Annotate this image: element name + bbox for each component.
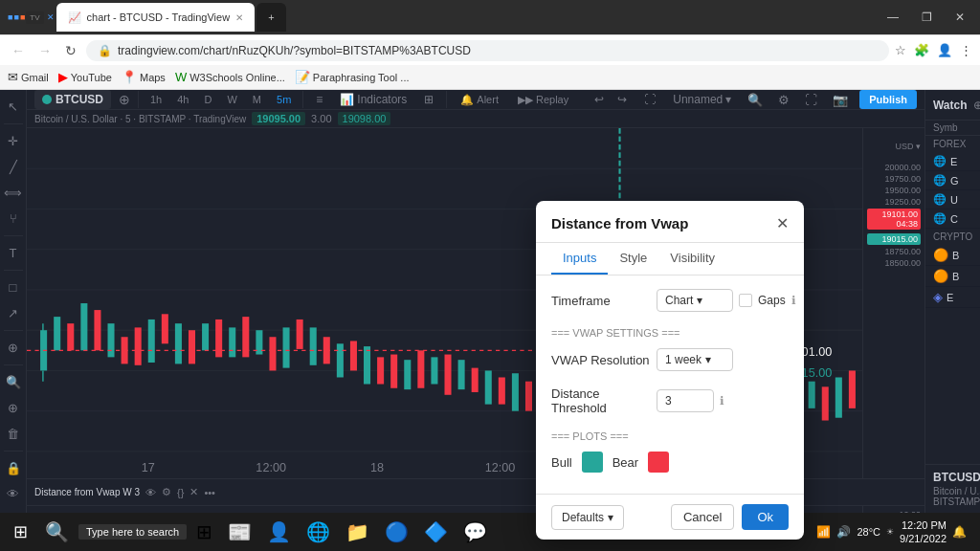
- bookmark-w3schools[interactable]: W W3Schools Online...: [175, 70, 285, 84]
- watchlist-item-btc1[interactable]: 🟠 B 1910 223.↑ 1.18%: [925, 245, 980, 266]
- browser-menu-icon[interactable]: ⋮: [960, 43, 972, 57]
- watchlist-item-gbp[interactable]: 🌐 G 1.13↑ -0.0 -0.43%: [925, 171, 980, 190]
- search-taskbar-icon[interactable]: 🔍: [39, 518, 75, 545]
- indicators-btn[interactable]: 📊 Indicators: [335, 91, 412, 108]
- start-button[interactable]: ⊞: [6, 518, 35, 546]
- modal-tab-inputs[interactable]: Inputs: [551, 243, 608, 275]
- watchlist-item-usd[interactable]: 🌐 U 144.1 0.43 0.30%: [925, 190, 980, 209]
- watch-add-icon[interactable]: ⊕: [973, 99, 980, 112]
- system-clock[interactable]: 12:20 PM 9/21/2022: [900, 518, 947, 546]
- tf-4h[interactable]: 4h: [173, 92, 192, 107]
- taskbar-search-box[interactable]: Type here to search: [78, 524, 187, 540]
- url-input[interactable]: 🔒 tradingview.com/chart/nRuzQKUh/?symbol…: [86, 40, 889, 61]
- shape-tool[interactable]: □: [6, 276, 21, 298]
- extension-icon[interactable]: 🧩: [914, 43, 929, 57]
- wifi-icon[interactable]: 📶: [816, 525, 831, 539]
- add-symbol-btn[interactable]: ⊕: [119, 92, 130, 107]
- cancel-button[interactable]: Cancel: [671, 504, 734, 530]
- cursor-tool[interactable]: ↖: [4, 96, 22, 118]
- indicator-visibility-icon[interactable]: 👁: [145, 487, 156, 498]
- profile-icon[interactable]: 👤: [937, 43, 952, 57]
- threshold-info-icon[interactable]: ℹ: [720, 394, 724, 408]
- layout-btn[interactable]: ⊞: [419, 91, 438, 108]
- trash-tool[interactable]: 🗑: [3, 423, 23, 445]
- alert-btn[interactable]: 🔔 Alert: [455, 92, 504, 108]
- distance-threshold-input[interactable]: [657, 389, 714, 412]
- bear-color-swatch[interactable]: [648, 452, 669, 473]
- task-view-icon[interactable]: ⊞: [190, 518, 218, 545]
- bull-color-swatch[interactable]: [582, 452, 603, 473]
- tf-m[interactable]: M: [249, 92, 265, 107]
- volume-icon[interactable]: 🔊: [836, 525, 851, 539]
- vwap-resolution-select[interactable]: 1 week ▾: [657, 348, 733, 371]
- symbol-selector[interactable]: BTCUSD: [34, 90, 111, 109]
- bookmark-youtube[interactable]: ▶ YouTube: [58, 70, 112, 84]
- ok-button[interactable]: Ok: [742, 504, 789, 530]
- timeframe-row: Timeframe Chart ▾ Gaps ℹ: [551, 289, 789, 312]
- watchlist-item-eth[interactable]: ◈ E 1342 19.5 1.47%: [925, 287, 980, 308]
- indicator-settings-icon[interactable]: ⚙: [162, 486, 171, 498]
- timeframe-select[interactable]: Chart ▾: [657, 289, 733, 312]
- taskbar-app-2[interactable]: 🌐: [301, 518, 336, 545]
- tf-1h[interactable]: 1h: [146, 92, 166, 107]
- forward-btn[interactable]: →: [34, 41, 56, 60]
- notification-icon[interactable]: 🔔: [952, 525, 967, 539]
- modal-tab-visibility[interactable]: Visibility: [658, 243, 726, 275]
- modal-tab-style[interactable]: Style: [608, 243, 658, 275]
- arrow-tool[interactable]: ↗: [4, 302, 22, 324]
- minimize-btn[interactable]: —: [880, 9, 906, 26]
- taskbar-app-teams[interactable]: 💬: [457, 518, 493, 545]
- unnamed-layout[interactable]: Unnamed ▾: [668, 91, 736, 108]
- fullscreen-mode-icon[interactable]: ⛶: [801, 91, 821, 109]
- measure-tool[interactable]: ⊕: [4, 337, 22, 359]
- indicator-code-icon[interactable]: {}: [177, 487, 184, 498]
- settings-gear-icon[interactable]: ⚙: [774, 91, 793, 109]
- channel-tool[interactable]: ⟺: [0, 182, 26, 204]
- gaps-checkbox[interactable]: [739, 294, 752, 307]
- new-tab-btn[interactable]: +: [256, 3, 285, 32]
- publish-button[interactable]: Publish: [859, 90, 917, 109]
- zoom-tool[interactable]: 🔍: [2, 371, 25, 393]
- bookmark-maps[interactable]: 📍 Maps: [122, 70, 166, 84]
- crosshair-tool[interactable]: ✛: [4, 130, 22, 152]
- modal-close-btn[interactable]: ✕: [776, 214, 789, 232]
- lock-tool[interactable]: 🔒: [2, 457, 25, 479]
- search-icon[interactable]: 🔍: [744, 91, 767, 109]
- taskbar-app-edge[interactable]: 🔵: [379, 518, 414, 545]
- taskbar-app-vscode[interactable]: 🔷: [418, 518, 454, 545]
- magnet-tool[interactable]: ⊕: [4, 397, 22, 419]
- tf-d[interactable]: D: [201, 92, 216, 107]
- tf-w[interactable]: W: [223, 92, 240, 107]
- maximize-btn[interactable]: ❐: [914, 9, 940, 26]
- active-tab[interactable]: 📈 chart - BTCUSD - TradingView ✕: [56, 3, 256, 32]
- watchlist-item-eur[interactable]: 🌐 E 0.99↑ -0.0 -0.57%: [925, 152, 980, 171]
- taskbar-app-3[interactable]: 📁: [340, 518, 375, 545]
- undo-btn[interactable]: ↩: [590, 91, 609, 108]
- chart-type-icon[interactable]: ≡: [311, 91, 327, 108]
- taskbar-app-1[interactable]: 👤: [261, 518, 297, 545]
- bookmark-star-icon[interactable]: ☆: [895, 43, 906, 57]
- watchlist-item-cad[interactable]: 🌐 C 0.72↑ 0.00 0.08%: [925, 209, 980, 229]
- indicator-remove-icon[interactable]: ✕: [189, 486, 198, 498]
- text-tool[interactable]: T: [6, 242, 21, 264]
- watchlist-item-btc2[interactable]: 🟠 B 1909 222.↑ 1.18%: [925, 266, 980, 287]
- redo-btn[interactable]: ↪: [612, 91, 632, 108]
- trend-tool[interactable]: ╱: [6, 156, 21, 178]
- bookmark-paraphrasing[interactable]: 📝 Paraphrasing Tool ...: [295, 70, 410, 84]
- bookmark-gmail[interactable]: ✉ Gmail: [8, 70, 49, 84]
- indicator-more-icon[interactable]: •••: [204, 487, 215, 498]
- widgets-icon[interactable]: 📰: [222, 518, 257, 545]
- eye-tool[interactable]: 👁: [3, 483, 23, 505]
- tf-5m[interactable]: 5m: [273, 92, 295, 107]
- tab-close[interactable]: ✕: [235, 12, 243, 23]
- replay-btn[interactable]: ▶▶ Replay: [512, 92, 574, 108]
- refresh-btn[interactable]: ↻: [61, 41, 80, 60]
- gaps-info-icon[interactable]: ℹ: [791, 294, 796, 307]
- pitchfork-tool[interactable]: ⑂: [6, 208, 21, 230]
- btcusd-card[interactable]: BTCUSD ••• Bitcoin / U.S. Dollar ↗ BITST…: [925, 464, 980, 513]
- fullscreen-btn[interactable]: ⛶: [639, 91, 660, 108]
- back-btn[interactable]: ←: [8, 41, 29, 60]
- window-close-btn[interactable]: ✕: [947, 9, 972, 26]
- camera-icon[interactable]: 📷: [829, 91, 852, 109]
- defaults-button[interactable]: Defaults ▾: [551, 505, 624, 530]
